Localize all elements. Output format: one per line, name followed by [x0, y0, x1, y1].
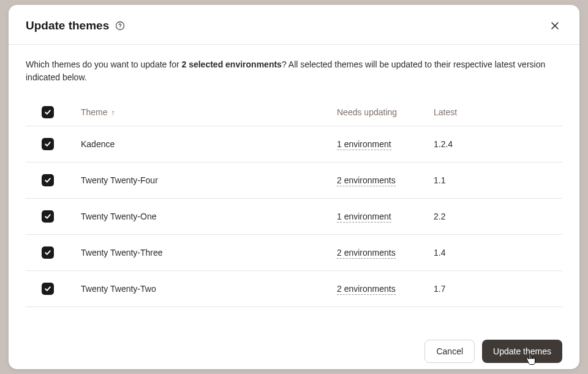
row-latest-version: 1.1: [434, 175, 562, 185]
row-theme-name: Twenty Twenty-Three: [81, 248, 337, 258]
header-checkbox-cell: [26, 106, 81, 118]
update-themes-button[interactable]: Update themes: [482, 340, 562, 363]
row-latest-version: 1.4: [434, 248, 562, 258]
description-bold: 2 selected environments: [181, 59, 281, 69]
sort-ascending-icon: ↑: [111, 108, 116, 117]
row-needs-updating: 1 environment: [337, 212, 434, 221]
row-latest-version: 1.7: [434, 284, 562, 294]
row-checkbox-cell: [26, 174, 81, 186]
row-theme-name: Twenty Twenty-One: [81, 212, 337, 221]
table-row: Twenty Twenty-Two 2 environments 1.7: [26, 271, 562, 307]
modal-description: Which themes do you want to update for 2…: [26, 58, 562, 84]
row-checkbox-cell: [26, 210, 81, 223]
table-row: Twenty Twenty-Four 2 environments 1.1: [26, 162, 562, 199]
select-all-checkbox[interactable]: [42, 106, 54, 118]
modal-title: Update themes: [26, 19, 109, 32]
row-needs-text[interactable]: 1 environment: [337, 139, 391, 150]
table-row: Kadence 1 environment 1.2.4: [26, 126, 562, 162]
row-needs-updating: 2 environments: [337, 248, 434, 258]
help-icon[interactable]: [115, 21, 125, 31]
row-checkbox[interactable]: [42, 174, 54, 186]
svg-point-1: [120, 28, 121, 28]
row-checkbox[interactable]: [42, 138, 54, 150]
row-checkbox[interactable]: [42, 246, 54, 259]
row-needs-text[interactable]: 2 environments: [337, 248, 396, 259]
row-checkbox[interactable]: [42, 283, 54, 295]
header-theme[interactable]: Theme ↑: [81, 107, 337, 117]
close-button[interactable]: [548, 18, 562, 33]
modal-footer: Cancel Update themes: [9, 329, 579, 369]
table-header-row: Theme ↑ Needs updating Latest: [26, 100, 562, 126]
row-needs-updating: 1 environment: [337, 139, 434, 149]
modal-header: Update themes: [9, 5, 579, 45]
row-theme-name: Kadence: [81, 139, 337, 149]
row-checkbox-cell: [26, 283, 81, 295]
row-needs-text[interactable]: 2 environments: [337, 284, 396, 295]
close-icon: [550, 21, 560, 31]
check-icon: [44, 285, 51, 292]
table-row: Twenty Twenty-Three 2 environments 1.4: [26, 235, 562, 271]
row-checkbox-cell: [26, 138, 81, 150]
header-latest[interactable]: Latest: [434, 107, 562, 117]
check-icon: [44, 109, 51, 116]
row-theme-name: Twenty Twenty-Four: [81, 175, 337, 185]
header-needs-updating[interactable]: Needs updating: [337, 107, 434, 117]
modal-body: Which themes do you want to update for 2…: [9, 45, 579, 329]
row-needs-text[interactable]: 2 environments: [337, 175, 396, 186]
update-themes-modal: Update themes Which themes do you want t…: [9, 5, 579, 369]
row-needs-updating: 2 environments: [337, 175, 434, 185]
check-icon: [44, 213, 51, 220]
row-needs-updating: 2 environments: [337, 284, 434, 294]
check-icon: [44, 177, 51, 184]
themes-table: Theme ↑ Needs updating Latest Kadence 1 …: [26, 100, 562, 307]
check-icon: [44, 249, 51, 256]
row-checkbox[interactable]: [42, 210, 54, 223]
header-theme-label: Theme: [81, 107, 108, 117]
description-prefix: Which themes do you want to update for: [26, 59, 181, 69]
table-row: Twenty Twenty-One 1 environment 2.2: [26, 199, 562, 235]
check-icon: [44, 140, 51, 148]
row-theme-name: Twenty Twenty-Two: [81, 284, 337, 294]
row-latest-version: 1.2.4: [434, 139, 562, 149]
row-checkbox-cell: [26, 246, 81, 259]
row-needs-text[interactable]: 1 environment: [337, 212, 391, 223]
row-latest-version: 2.2: [434, 212, 562, 221]
cancel-button[interactable]: Cancel: [424, 340, 475, 363]
